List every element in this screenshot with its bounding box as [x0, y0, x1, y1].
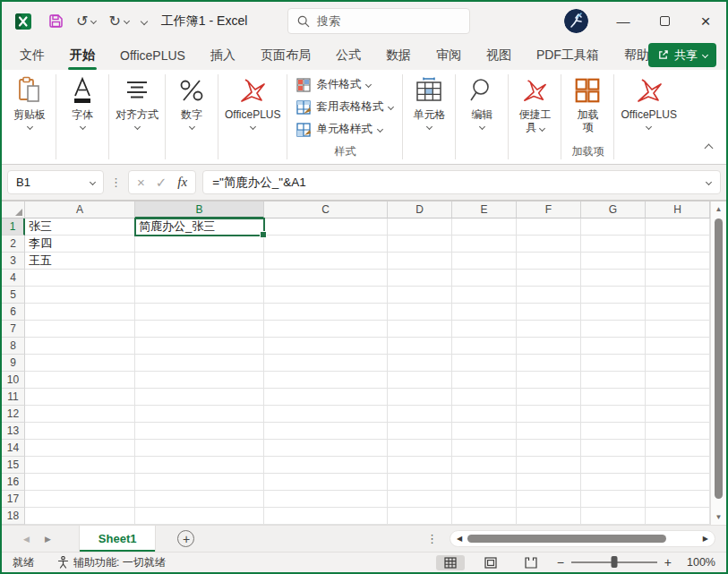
minimize-button[interactable]: — [603, 2, 644, 40]
cell-H9[interactable] [646, 355, 710, 372]
cell-B5[interactable] [135, 287, 264, 304]
cell-D8[interactable] [388, 338, 452, 355]
cell-E4[interactable] [452, 270, 517, 287]
column-header-A[interactable]: A [25, 201, 135, 218]
cell-G17[interactable] [581, 491, 646, 508]
cell-F3[interactable] [517, 253, 581, 270]
cells-button[interactable]: 单元格 [409, 74, 449, 129]
cell-F12[interactable] [517, 406, 581, 423]
cell-H5[interactable] [646, 287, 710, 304]
cell-D17[interactable] [388, 491, 452, 508]
cell-D14[interactable] [388, 440, 452, 457]
row-header-2[interactable]: 2 [2, 236, 25, 253]
name-box[interactable]: B1 [7, 170, 104, 194]
cell-G5[interactable] [581, 287, 646, 304]
cell-B11[interactable] [135, 389, 264, 406]
cell-A15[interactable] [25, 457, 135, 474]
cell-H14[interactable] [646, 440, 710, 457]
row-header-9[interactable]: 9 [2, 355, 25, 372]
cell-D1[interactable] [388, 218, 452, 236]
cell-B2[interactable] [135, 236, 264, 253]
cell-G9[interactable] [581, 355, 646, 372]
cell-D4[interactable] [388, 270, 452, 287]
collapse-ribbon-button[interactable] [706, 139, 712, 155]
row-header-17[interactable]: 17 [2, 491, 25, 508]
cell-G11[interactable] [581, 389, 646, 406]
number-button[interactable]: 数字 [172, 74, 211, 129]
cell-B8[interactable] [135, 338, 264, 355]
save-button[interactable] [48, 13, 64, 29]
cell-B16[interactable] [135, 474, 264, 491]
cell-G16[interactable] [581, 474, 646, 491]
cell-A4[interactable] [25, 270, 135, 287]
row-header-8[interactable]: 8 [2, 338, 25, 355]
share-button[interactable]: 共享 [648, 43, 716, 67]
cell-D16[interactable] [388, 474, 452, 491]
cell-A11[interactable] [25, 389, 135, 406]
cell-F9[interactable] [517, 355, 581, 372]
zoom-level[interactable]: 100% [683, 556, 715, 569]
cell-styles-button[interactable]: 单元格样式 [296, 118, 393, 141]
cell-E12[interactable] [452, 406, 517, 423]
tab-审阅[interactable]: 审阅 [424, 40, 474, 70]
cell-E5[interactable] [452, 287, 517, 304]
tab-开始[interactable]: 开始 [57, 40, 107, 70]
cell-E9[interactable] [452, 355, 517, 372]
clipboard-button[interactable]: 剪贴板 [10, 74, 49, 129]
cell-C3[interactable] [264, 253, 388, 270]
cell-F15[interactable] [517, 457, 581, 474]
formula-input[interactable]: ="简鹿办公_"&A1 [202, 170, 721, 194]
cell-A8[interactable] [25, 338, 135, 355]
cell-D6[interactable] [388, 304, 452, 321]
editing-button[interactable]: 编辑 [462, 74, 501, 129]
cell-C4[interactable] [264, 270, 388, 287]
new-sheet-button[interactable]: + [177, 530, 194, 547]
column-header-G[interactable]: G [581, 201, 646, 218]
cell-E13[interactable] [452, 423, 517, 440]
maximize-button[interactable] [644, 2, 685, 40]
normal-view-button[interactable] [436, 555, 465, 570]
vertical-scrollbar-thumb[interactable] [715, 218, 723, 499]
alignment-button[interactable]: 对齐方式 [116, 74, 158, 129]
cell-C17[interactable] [264, 491, 388, 508]
cell-H16[interactable] [646, 474, 710, 491]
tab-文件[interactable]: 文件 [7, 40, 57, 70]
cell-D5[interactable] [388, 287, 452, 304]
cell-G13[interactable] [581, 423, 646, 440]
cell-F4[interactable] [517, 270, 581, 287]
cell-D13[interactable] [388, 423, 452, 440]
cell-H18[interactable] [646, 508, 710, 525]
row-header-7[interactable]: 7 [2, 321, 25, 338]
cell-B18[interactable] [135, 508, 264, 525]
tab-PDF工具箱[interactable]: PDF工具箱 [524, 40, 612, 70]
cell-F13[interactable] [517, 423, 581, 440]
conditional-formatting-button[interactable]: 条件格式 [296, 73, 393, 96]
cell-B15[interactable] [135, 457, 264, 474]
cell-H13[interactable] [646, 423, 710, 440]
cell-A2[interactable]: 李四 [25, 236, 135, 253]
enter-icon[interactable]: ✓ [156, 176, 167, 189]
cell-A5[interactable] [25, 287, 135, 304]
row-header-14[interactable]: 14 [2, 440, 25, 457]
cell-G2[interactable] [581, 236, 646, 253]
redo-dropdown-icon[interactable] [124, 18, 130, 24]
cell-E14[interactable] [452, 440, 517, 457]
tab-数据[interactable]: 数据 [373, 40, 424, 70]
cell-C14[interactable] [264, 440, 388, 457]
cell-E16[interactable] [452, 474, 517, 491]
cell-F7[interactable] [517, 321, 581, 338]
search-input[interactable]: 搜索 [287, 8, 470, 34]
row-header-3[interactable]: 3 [2, 253, 25, 270]
cell-E11[interactable] [452, 389, 517, 406]
cell-F16[interactable] [517, 474, 581, 491]
row-header-4[interactable]: 4 [2, 270, 25, 287]
cell-F11[interactable] [517, 389, 581, 406]
cell-G15[interactable] [581, 457, 646, 474]
cell-C18[interactable] [264, 508, 388, 525]
format-as-table-button[interactable]: 套用表格格式 [296, 96, 393, 118]
cell-H1[interactable] [646, 218, 710, 236]
cell-F6[interactable] [517, 304, 581, 321]
tab-视图[interactable]: 视图 [474, 40, 524, 70]
column-header-H[interactable]: H [646, 201, 710, 218]
cell-C8[interactable] [264, 338, 388, 355]
